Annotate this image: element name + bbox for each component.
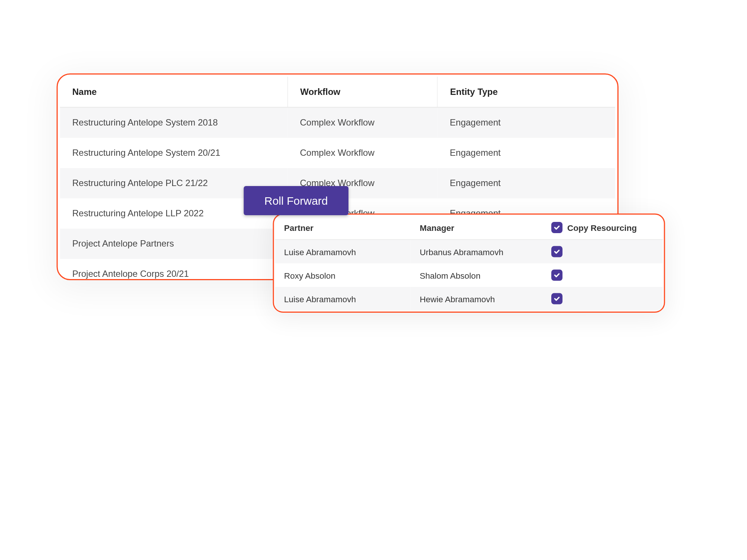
cell-partner: Luise Abramamovh — [275, 287, 411, 310]
header-workflow: Workflow — [288, 77, 437, 108]
check-icon — [554, 272, 561, 279]
cell-partner: Roxy Absolon — [275, 263, 411, 287]
table-header-row: Partner Manager Copy Resourcing — [275, 216, 663, 240]
cell-manager: Hewie Abramamovh — [411, 287, 543, 310]
copy-resourcing-checkbox[interactable] — [552, 270, 563, 281]
table-row[interactable]: Restructuring Antelope System 2018 Compl… — [60, 107, 616, 138]
header-manager: Manager — [411, 216, 543, 240]
table-row[interactable]: Restructuring Antelope System 20/21 Comp… — [60, 138, 616, 168]
resourcing-panel: Partner Manager Copy Resourcing Luise A — [273, 214, 665, 313]
resourcing-table: Partner Manager Copy Resourcing Luise A — [275, 216, 663, 311]
check-icon — [554, 224, 561, 231]
roll-forward-button[interactable]: Roll Forward — [244, 186, 349, 215]
header-entity-type: Entity Type — [437, 77, 615, 108]
cell-name: Project Antelope Corps 20/21 — [60, 259, 288, 280]
copy-resourcing-label: Copy Resourcing — [567, 223, 637, 232]
header-partner: Partner — [275, 216, 411, 240]
cell-copy — [543, 263, 663, 287]
header-copy-resourcing: Copy Resourcing — [543, 216, 663, 240]
cell-copy — [543, 239, 663, 263]
copy-resourcing-checkbox[interactable] — [552, 246, 563, 257]
copy-resourcing-checkbox-all[interactable] — [552, 222, 563, 233]
copy-resourcing-checkbox[interactable] — [552, 293, 563, 304]
table-row[interactable]: Luise Abramamovh Hewie Abramamovh — [275, 287, 663, 310]
cell-entity-type: Engagement — [437, 138, 615, 168]
check-icon — [554, 296, 561, 302]
cell-manager: Urbanus Abramamovh — [411, 239, 543, 263]
cell-partner: Luise Abramamovh — [275, 239, 411, 263]
cell-name: Project Antelope Partners — [60, 229, 288, 259]
table-header-row: Name Workflow Entity Type — [60, 77, 616, 108]
cell-workflow: Complex Workflow — [288, 138, 437, 168]
table-row[interactable]: Roxy Absolon Shalom Absolon — [275, 263, 663, 287]
cell-name: Restructuring Antelope System 20/21 — [60, 138, 288, 168]
cell-name: Restructuring Antelope System 2018 — [60, 107, 288, 138]
cell-copy — [543, 287, 663, 310]
header-name: Name — [60, 77, 288, 108]
cell-manager: Shalom Absolon — [411, 263, 543, 287]
check-icon — [554, 248, 561, 255]
cell-entity-type: Engagement — [437, 168, 615, 198]
table-row[interactable]: Luise Abramamovh Urbanus Abramamovh — [275, 239, 663, 263]
cell-workflow: Complex Workflow — [288, 107, 437, 138]
cell-entity-type: Engagement — [437, 107, 615, 138]
